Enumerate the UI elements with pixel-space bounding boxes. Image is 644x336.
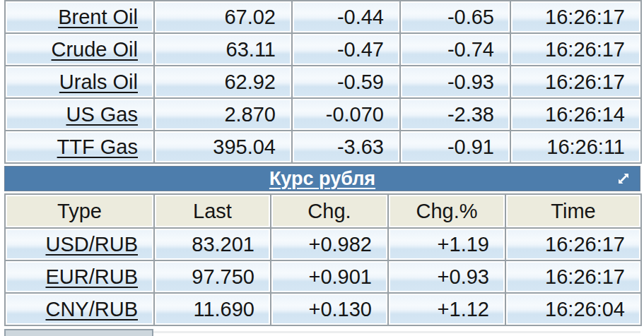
instrument-cell: Crude Oil (5, 33, 154, 66)
ruble-panel-header: Курс рубля (4, 166, 640, 191)
commodity-row: TTF Gas 395.04 -3.63 -0.91 16:26:11 (5, 131, 641, 163)
expand-icon[interactable] (616, 171, 631, 186)
fx-row: EUR/RUB 97.750 +0.901 +0.93 16:26:17 (5, 260, 641, 293)
instrument-cell: Urals Oil (5, 66, 154, 98)
commodity-row: Crude Oil 63.11 -0.47 -0.74 16:26:17 (5, 33, 641, 66)
quote-time-cell: 16:26:17 (510, 1, 641, 33)
last-price-cell: 395.04 (154, 131, 292, 163)
quote-time-cell: 16:26:14 (510, 98, 641, 131)
last-price-cell: 67.02 (154, 1, 292, 33)
change-percent-cell: -0.93 (400, 66, 510, 98)
change-cell: -0.59 (292, 66, 400, 98)
currency-pair-cell: USD/RUB (5, 228, 154, 260)
last-price-cell: 62.92 (154, 66, 292, 98)
change-cell: -0.47 (292, 33, 400, 66)
ruble-rates-table: Type Last Chg. Chg.% Time USD/RUB 83.201… (4, 193, 642, 326)
change-cell: -3.63 (292, 131, 400, 163)
next-table-partial (4, 329, 640, 336)
commodity-row: US Gas 2.870 -0.070 -2.38 16:26:14 (5, 98, 641, 131)
last-price-cell: 11.690 (154, 293, 271, 325)
header-type: Type (5, 194, 154, 228)
change-cell: -0.070 (292, 98, 400, 131)
currency-pair-link[interactable]: EUR/RUB (45, 265, 138, 288)
currency-pair-link[interactable]: USD/RUB (45, 233, 138, 256)
header-last: Last (154, 194, 271, 228)
change-percent-cell: -0.65 (400, 1, 510, 33)
instrument-link[interactable]: TTF Gas (57, 136, 138, 158)
quote-time-cell: 16:26:11 (510, 131, 641, 163)
fx-row: USD/RUB 83.201 +0.982 +1.19 16:26:17 (5, 228, 641, 260)
currency-pair-link[interactable]: CNY/RUB (45, 298, 138, 320)
instrument-cell: Brent Oil (5, 1, 154, 33)
change-percent-cell: -0.91 (400, 131, 510, 163)
instrument-link[interactable]: US Gas (66, 103, 138, 126)
last-price-cell: 83.201 (154, 228, 271, 260)
instrument-link[interactable]: Urals Oil (59, 71, 138, 93)
header-time: Time (505, 194, 641, 228)
fx-row: CNY/RUB 11.690 +0.130 +1.12 16:26:04 (5, 293, 641, 325)
quote-time-cell: 16:26:04 (505, 293, 641, 325)
quote-time-cell: 16:26:17 (505, 228, 641, 260)
last-price-cell: 2.870 (154, 98, 292, 131)
next-table-edge-stub (153, 331, 640, 333)
change-cell: +0.901 (271, 260, 388, 293)
quotes-widget: Brent Oil 67.02 -0.44 -0.65 16:26:17 Cru… (4, 0, 640, 336)
quote-time-cell: 16:26:17 (510, 66, 641, 98)
instrument-link[interactable]: Crude Oil (52, 38, 139, 61)
commodities-table: Brent Oil 67.02 -0.44 -0.65 16:26:17 Cru… (4, 0, 642, 164)
last-price-cell: 97.750 (154, 260, 271, 293)
commodity-row: Urals Oil 62.92 -0.59 -0.93 16:26:17 (5, 66, 641, 98)
header-chg-percent: Chg.% (388, 194, 505, 228)
quote-time-cell: 16:26:17 (505, 260, 641, 293)
change-percent-cell: +0.93 (388, 260, 505, 293)
instrument-link[interactable]: Brent Oil (58, 6, 138, 28)
change-cell: -0.44 (292, 1, 400, 33)
ruble-panel-title-link[interactable]: Курс рубля (269, 168, 375, 190)
change-cell: +0.982 (271, 228, 388, 260)
currency-pair-cell: CNY/RUB (5, 293, 154, 325)
change-percent-cell: +1.19 (388, 228, 505, 260)
change-cell: +0.130 (271, 293, 388, 325)
currency-pair-cell: EUR/RUB (5, 260, 154, 293)
change-percent-cell: -2.38 (400, 98, 510, 131)
header-chg: Chg. (271, 194, 388, 228)
fx-header-row: Type Last Chg. Chg.% Time (5, 194, 641, 228)
next-table-first-cell-stub (4, 329, 153, 336)
last-price-cell: 63.11 (154, 33, 292, 66)
change-percent-cell: -0.74 (400, 33, 510, 66)
change-percent-cell: +1.12 (388, 293, 505, 325)
instrument-cell: US Gas (5, 98, 154, 131)
commodity-row: Brent Oil 67.02 -0.44 -0.65 16:26:17 (5, 1, 641, 33)
quote-time-cell: 16:26:17 (510, 33, 641, 66)
instrument-cell: TTF Gas (5, 131, 154, 163)
